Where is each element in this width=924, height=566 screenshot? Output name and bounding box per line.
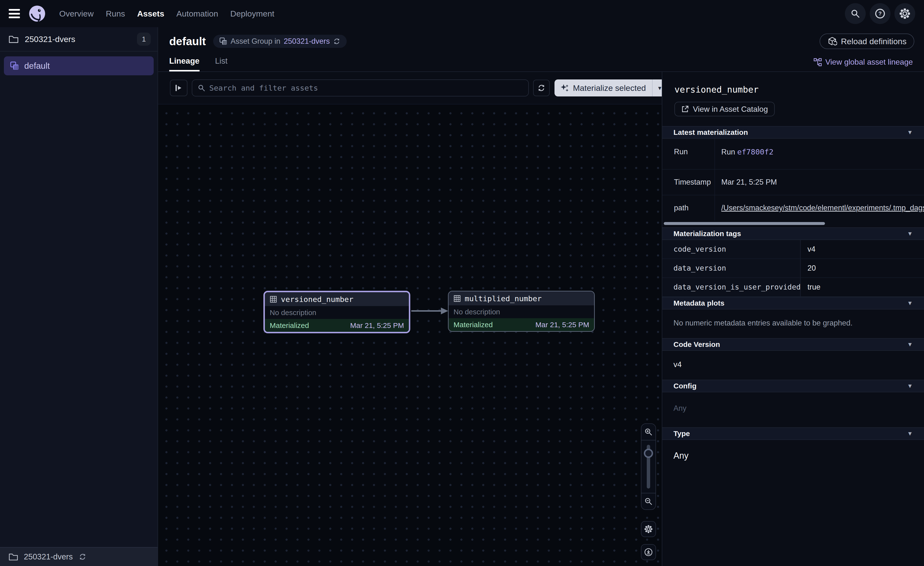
type-value: Any	[674, 451, 913, 461]
section-code-version[interactable]: Code Version ▼	[662, 338, 924, 351]
badge-repo-link[interactable]: 250321-dvers	[284, 37, 330, 46]
folder-icon	[9, 553, 18, 561]
section-materialization-tags[interactable]: Materialization tags ▼	[662, 227, 924, 240]
zoom-out-icon	[644, 497, 652, 506]
gear-icon	[644, 525, 653, 533]
table-icon	[453, 295, 461, 302]
view-global-asset-lineage-label: View global asset lineage	[825, 57, 913, 66]
help-button[interactable]: ?	[870, 3, 891, 24]
section-title: Type	[674, 429, 690, 438]
run-id-link[interactable]: ef7800f2	[737, 148, 773, 156]
external-link-icon	[681, 105, 689, 113]
row-label: path	[662, 195, 715, 221]
section-latest-materialization[interactable]: Latest materialization ▼	[662, 126, 924, 139]
tag-key: code_version	[662, 240, 801, 259]
nav-deployment[interactable]: Deployment	[230, 9, 274, 18]
tab-lineage[interactable]: Lineage	[169, 56, 200, 71]
top-nav-actions: ?	[845, 3, 915, 24]
table-icon	[270, 296, 277, 303]
settings-button[interactable]	[894, 3, 915, 24]
tag-value: true	[801, 278, 924, 297]
view-tabs: Lineage List	[169, 56, 228, 71]
sidebar-repo-row[interactable]: 250321-dvers 1	[0, 27, 158, 51]
view-in-asset-catalog-button[interactable]: View in Asset Catalog	[674, 102, 775, 116]
timestamp-value: Mar 21, 5:25 PM	[715, 170, 924, 195]
lineage-canvas[interactable]: versioned_number No description Material…	[158, 104, 662, 566]
materialize-selected-button[interactable]: Materialize selected ▾	[555, 80, 662, 96]
asset-search-box	[192, 80, 529, 96]
refresh-icon[interactable]	[79, 553, 86, 561]
reload-definitions-label: Reload definitions	[841, 37, 906, 46]
section-title: Config	[674, 382, 696, 390]
main-area: default Asset Group in 250321-dvers	[158, 27, 924, 566]
sparkles-icon	[560, 83, 569, 93]
table-row: Run Run ef7800f2	[662, 139, 924, 170]
nav-automation[interactable]: Automation	[177, 9, 218, 18]
gear-icon	[900, 8, 910, 19]
section-metadata-plots[interactable]: Metadata plots ▼	[662, 297, 924, 310]
dagster-logo[interactable]	[28, 5, 46, 22]
zoom-in-button[interactable]	[641, 424, 656, 440]
search-input[interactable]	[209, 84, 523, 92]
repo-name: 250321-dvers	[25, 35, 75, 44]
section-title: Latest materialization	[674, 128, 748, 137]
view-in-asset-catalog-label: View in Asset Catalog	[693, 105, 768, 114]
materialization-tags-table: code_version v4 data_version 20 data_ver…	[662, 240, 924, 297]
nav-runs[interactable]: Runs	[106, 9, 125, 18]
table-row: path /Users/smackesey/stm/code/elementl/…	[662, 195, 924, 221]
top-nav: Overview Runs Assets Automation Deployme…	[0, 0, 924, 27]
zoom-slider[interactable]	[641, 440, 656, 493]
horizontal-scrollbar[interactable]	[664, 222, 825, 225]
hamburger-menu-icon[interactable]	[9, 9, 20, 18]
section-title: Metadata plots	[674, 299, 724, 307]
lineage-graph-pane: Materialize selected ▾	[158, 72, 662, 566]
search-icon	[850, 9, 860, 18]
asset-details-panel: versioned_number View in Asset Catalog L…	[662, 72, 924, 566]
nav-assets[interactable]: Assets	[137, 9, 164, 18]
sidebar-spacer	[0, 75, 158, 547]
tab-list[interactable]: List	[215, 56, 228, 71]
collapse-sidebar-button[interactable]	[170, 80, 188, 96]
graph-toolbar: Materialize selected ▾	[158, 72, 662, 104]
zoom-slider-thumb[interactable]	[644, 449, 653, 458]
path-link[interactable]: /Users/smackesey/stm/code/elementl/exper…	[721, 203, 924, 212]
reload-definitions-button[interactable]: Reload definitions	[820, 33, 914, 49]
sidebar-item-default-group[interactable]: default	[4, 56, 154, 75]
search-button[interactable]	[845, 3, 866, 24]
group-count-badge: 1	[137, 33, 151, 46]
section-config[interactable]: Config ▼	[662, 380, 924, 392]
row-label: Run	[662, 139, 715, 169]
view-global-asset-lineage-link[interactable]: View global asset lineage	[813, 57, 913, 66]
tag-key: data_version_is_user_provided	[662, 278, 801, 297]
sidebar-footer-repo[interactable]: 250321-dvers	[0, 547, 158, 566]
table-row: code_version v4	[662, 240, 924, 259]
caret-down-icon: ▼	[907, 430, 913, 437]
refresh-icon[interactable]	[333, 38, 340, 45]
zoom-out-button[interactable]	[641, 493, 656, 509]
help-icon: ?	[875, 8, 885, 19]
zoom-in-icon	[644, 428, 652, 436]
table-row: data_version 20	[662, 259, 924, 278]
caret-down-icon: ▼	[907, 382, 913, 389]
download-image-button[interactable]	[641, 544, 656, 560]
primary-nav: Overview Runs Assets Automation Deployme…	[59, 9, 274, 18]
nav-overview[interactable]: Overview	[59, 9, 94, 18]
caret-down-icon: ▼	[907, 300, 913, 307]
asset-node-versioned-number[interactable]: versioned_number No description Material…	[263, 291, 410, 333]
section-type[interactable]: Type ▼	[662, 427, 924, 440]
caret-down-icon: ▼	[907, 129, 913, 136]
page-title: default	[169, 35, 206, 48]
asset-description: No description	[265, 306, 409, 319]
asset-node-multiplied-number[interactable]: multiplied_number No description Materia…	[448, 291, 595, 332]
asset-description: No description	[448, 306, 594, 318]
refresh-graph-button[interactable]	[533, 80, 550, 96]
asset-group-badge[interactable]: Asset Group in 250321-dvers	[213, 35, 347, 48]
materialize-selected-label: Materialize selected	[573, 83, 646, 93]
config-value: Any	[674, 404, 913, 413]
row-label: Timestamp	[662, 170, 715, 195]
download-icon	[644, 548, 653, 557]
sidebar-item-label: default	[24, 61, 50, 71]
graph-settings-button[interactable]	[641, 521, 656, 537]
expand-panel-icon	[174, 83, 183, 93]
materialize-dropdown-caret[interactable]: ▾	[652, 80, 662, 96]
